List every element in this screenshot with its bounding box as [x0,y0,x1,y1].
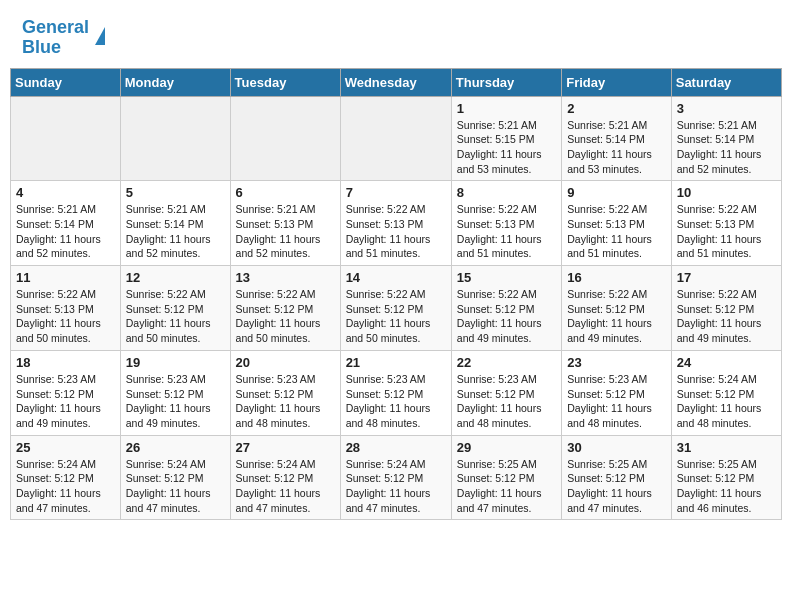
day-number: 29 [457,440,556,455]
day-info: Sunrise: 5:23 AM Sunset: 5:12 PM Dayligh… [126,372,225,431]
day-number: 31 [677,440,776,455]
day-number: 9 [567,185,666,200]
calendar-cell: 4Sunrise: 5:21 AM Sunset: 5:14 PM Daylig… [11,181,121,266]
day-info: Sunrise: 5:23 AM Sunset: 5:12 PM Dayligh… [16,372,115,431]
day-number: 28 [346,440,446,455]
col-header-thursday: Thursday [451,68,561,96]
day-info: Sunrise: 5:24 AM Sunset: 5:12 PM Dayligh… [236,457,335,516]
day-info: Sunrise: 5:22 AM Sunset: 5:13 PM Dayligh… [677,202,776,261]
day-number: 24 [677,355,776,370]
calendar-cell: 20Sunrise: 5:23 AM Sunset: 5:12 PM Dayli… [230,350,340,435]
day-number: 26 [126,440,225,455]
calendar-cell: 28Sunrise: 5:24 AM Sunset: 5:12 PM Dayli… [340,435,451,520]
day-info: Sunrise: 5:21 AM Sunset: 5:14 PM Dayligh… [567,118,666,177]
day-info: Sunrise: 5:23 AM Sunset: 5:12 PM Dayligh… [567,372,666,431]
calendar-cell: 27Sunrise: 5:24 AM Sunset: 5:12 PM Dayli… [230,435,340,520]
day-info: Sunrise: 5:25 AM Sunset: 5:12 PM Dayligh… [677,457,776,516]
day-number: 3 [677,101,776,116]
day-info: Sunrise: 5:21 AM Sunset: 5:14 PM Dayligh… [16,202,115,261]
day-info: Sunrise: 5:24 AM Sunset: 5:12 PM Dayligh… [126,457,225,516]
day-info: Sunrise: 5:24 AM Sunset: 5:12 PM Dayligh… [346,457,446,516]
day-number: 20 [236,355,335,370]
day-number: 12 [126,270,225,285]
calendar-cell: 8Sunrise: 5:22 AM Sunset: 5:13 PM Daylig… [451,181,561,266]
calendar-cell [340,96,451,181]
col-header-tuesday: Tuesday [230,68,340,96]
day-number: 4 [16,185,115,200]
calendar-cell: 30Sunrise: 5:25 AM Sunset: 5:12 PM Dayli… [562,435,672,520]
day-number: 15 [457,270,556,285]
day-info: Sunrise: 5:24 AM Sunset: 5:12 PM Dayligh… [16,457,115,516]
calendar-cell [230,96,340,181]
calendar-cell: 18Sunrise: 5:23 AM Sunset: 5:12 PM Dayli… [11,350,121,435]
col-header-monday: Monday [120,68,230,96]
calendar-cell: 2Sunrise: 5:21 AM Sunset: 5:14 PM Daylig… [562,96,672,181]
day-info: Sunrise: 5:21 AM Sunset: 5:15 PM Dayligh… [457,118,556,177]
day-number: 22 [457,355,556,370]
calendar-week-4: 18Sunrise: 5:23 AM Sunset: 5:12 PM Dayli… [11,350,782,435]
col-header-saturday: Saturday [671,68,781,96]
day-number: 7 [346,185,446,200]
calendar-cell: 25Sunrise: 5:24 AM Sunset: 5:12 PM Dayli… [11,435,121,520]
day-info: Sunrise: 5:22 AM Sunset: 5:13 PM Dayligh… [16,287,115,346]
day-number: 14 [346,270,446,285]
calendar-cell: 22Sunrise: 5:23 AM Sunset: 5:12 PM Dayli… [451,350,561,435]
day-info: Sunrise: 5:21 AM Sunset: 5:14 PM Dayligh… [126,202,225,261]
day-number: 18 [16,355,115,370]
day-number: 1 [457,101,556,116]
calendar-cell: 7Sunrise: 5:22 AM Sunset: 5:13 PM Daylig… [340,181,451,266]
calendar-cell: 9Sunrise: 5:22 AM Sunset: 5:13 PM Daylig… [562,181,672,266]
calendar-cell: 11Sunrise: 5:22 AM Sunset: 5:13 PM Dayli… [11,266,121,351]
day-info: Sunrise: 5:25 AM Sunset: 5:12 PM Dayligh… [457,457,556,516]
day-number: 5 [126,185,225,200]
calendar-cell: 6Sunrise: 5:21 AM Sunset: 5:13 PM Daylig… [230,181,340,266]
day-number: 11 [16,270,115,285]
calendar-cell: 13Sunrise: 5:22 AM Sunset: 5:12 PM Dayli… [230,266,340,351]
calendar-week-5: 25Sunrise: 5:24 AM Sunset: 5:12 PM Dayli… [11,435,782,520]
day-number: 13 [236,270,335,285]
day-info: Sunrise: 5:22 AM Sunset: 5:13 PM Dayligh… [567,202,666,261]
calendar-cell: 12Sunrise: 5:22 AM Sunset: 5:12 PM Dayli… [120,266,230,351]
calendar-cell: 31Sunrise: 5:25 AM Sunset: 5:12 PM Dayli… [671,435,781,520]
calendar-cell: 5Sunrise: 5:21 AM Sunset: 5:14 PM Daylig… [120,181,230,266]
day-info: Sunrise: 5:23 AM Sunset: 5:12 PM Dayligh… [236,372,335,431]
day-number: 10 [677,185,776,200]
col-header-wednesday: Wednesday [340,68,451,96]
calendar-cell [11,96,121,181]
calendar-cell: 15Sunrise: 5:22 AM Sunset: 5:12 PM Dayli… [451,266,561,351]
col-header-sunday: Sunday [11,68,121,96]
day-info: Sunrise: 5:24 AM Sunset: 5:12 PM Dayligh… [677,372,776,431]
calendar-cell: 26Sunrise: 5:24 AM Sunset: 5:12 PM Dayli… [120,435,230,520]
day-number: 23 [567,355,666,370]
day-info: Sunrise: 5:22 AM Sunset: 5:12 PM Dayligh… [457,287,556,346]
logo: GeneralBlue [22,18,105,58]
day-number: 6 [236,185,335,200]
calendar-cell: 14Sunrise: 5:22 AM Sunset: 5:12 PM Dayli… [340,266,451,351]
day-info: Sunrise: 5:22 AM Sunset: 5:12 PM Dayligh… [126,287,225,346]
day-info: Sunrise: 5:22 AM Sunset: 5:13 PM Dayligh… [457,202,556,261]
day-number: 30 [567,440,666,455]
day-info: Sunrise: 5:22 AM Sunset: 5:13 PM Dayligh… [346,202,446,261]
day-number: 21 [346,355,446,370]
calendar-week-1: 1Sunrise: 5:21 AM Sunset: 5:15 PM Daylig… [11,96,782,181]
day-number: 27 [236,440,335,455]
calendar-week-2: 4Sunrise: 5:21 AM Sunset: 5:14 PM Daylig… [11,181,782,266]
day-info: Sunrise: 5:22 AM Sunset: 5:12 PM Dayligh… [236,287,335,346]
day-info: Sunrise: 5:22 AM Sunset: 5:12 PM Dayligh… [567,287,666,346]
calendar-cell: 21Sunrise: 5:23 AM Sunset: 5:12 PM Dayli… [340,350,451,435]
calendar-cell: 24Sunrise: 5:24 AM Sunset: 5:12 PM Dayli… [671,350,781,435]
calendar-cell [120,96,230,181]
day-number: 19 [126,355,225,370]
day-info: Sunrise: 5:25 AM Sunset: 5:12 PM Dayligh… [567,457,666,516]
day-info: Sunrise: 5:21 AM Sunset: 5:13 PM Dayligh… [236,202,335,261]
calendar-header-row: SundayMondayTuesdayWednesdayThursdayFrid… [11,68,782,96]
calendar-cell: 3Sunrise: 5:21 AM Sunset: 5:14 PM Daylig… [671,96,781,181]
day-number: 16 [567,270,666,285]
day-number: 17 [677,270,776,285]
calendar-cell: 23Sunrise: 5:23 AM Sunset: 5:12 PM Dayli… [562,350,672,435]
day-info: Sunrise: 5:21 AM Sunset: 5:14 PM Dayligh… [677,118,776,177]
day-number: 2 [567,101,666,116]
calendar-table: SundayMondayTuesdayWednesdayThursdayFrid… [10,68,782,521]
day-number: 8 [457,185,556,200]
calendar-cell: 17Sunrise: 5:22 AM Sunset: 5:12 PM Dayli… [671,266,781,351]
